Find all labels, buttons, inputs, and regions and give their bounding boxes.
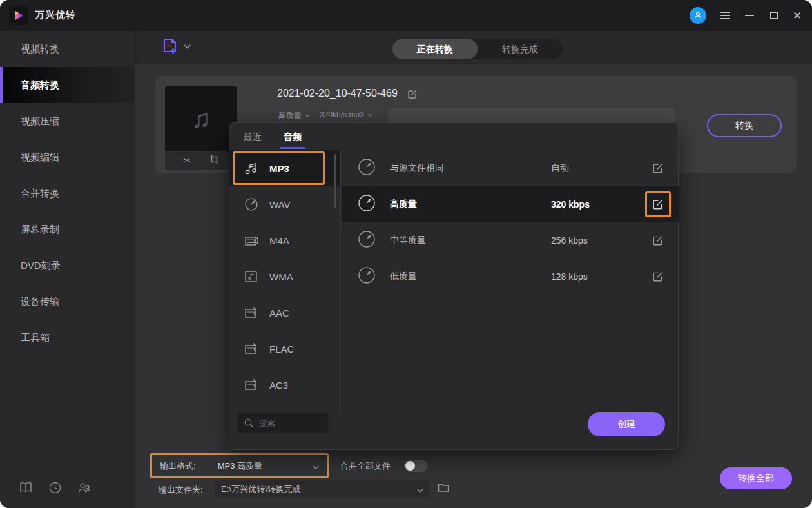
output-format-value: MP3 高质量 — [218, 460, 262, 472]
crop-icon[interactable] — [209, 155, 219, 166]
search-input[interactable] — [258, 418, 320, 428]
file-name: 2021-02-20_10-47-50-469 — [277, 88, 398, 99]
mp3-music-icon — [244, 161, 259, 175]
clock-icon[interactable] — [49, 482, 61, 494]
minimize-icon[interactable] — [742, 9, 757, 22]
create-button[interactable]: 创建 — [588, 412, 665, 436]
output-folder-path: E:\万兴优转\转换完成 — [221, 484, 301, 495]
progress-bar — [388, 108, 675, 122]
task-tabs: 正在转换 转换完成 — [392, 39, 563, 59]
gauge-icon — [358, 194, 376, 215]
thumbnail-toolbar: ✂ — [165, 151, 237, 170]
add-file-icon — [162, 37, 179, 55]
gauge-icon — [358, 266, 376, 287]
audio-thumbnail: ♫ ✂ — [165, 86, 237, 170]
rename-edit-icon[interactable] — [407, 89, 418, 102]
trim-scissors-icon[interactable]: ✂ — [183, 155, 191, 166]
sidebar-item-video-compress[interactable]: 视频压缩 — [0, 103, 135, 139]
target-format-dropdown[interactable]: 320kb/s.mp3 — [320, 110, 372, 119]
format-popup-tabs: 最近 音频 — [229, 123, 678, 150]
source-quality-dropdown[interactable]: 高质量 — [278, 110, 310, 121]
quality-row-low[interactable]: 低质量 128 kbps — [342, 259, 679, 295]
format-item-flac[interactable]: FLAC — [229, 331, 340, 367]
close-icon[interactable]: ✕ — [790, 9, 804, 22]
merge-files-toggle[interactable] — [404, 460, 427, 472]
output-folder-dropdown[interactable]: E:\万兴优转\转换完成 — [215, 480, 430, 498]
format-item-aac[interactable]: AAC — [229, 295, 340, 331]
app-window: 万兴优转 ✕ 视频转换 音频转换 视频压缩 视频编辑 合并转换 屏幕录制 DVD… — [0, 0, 812, 508]
sidebar-item-toolbox[interactable]: 工具箱 — [0, 320, 135, 356]
menu-icon[interactable] — [718, 9, 732, 22]
sidebar-bottom-icons — [0, 482, 135, 494]
format-item-ac3[interactable]: AC3 — [229, 367, 340, 403]
chevron-down-icon — [313, 460, 319, 472]
add-file-button[interactable] — [162, 37, 191, 55]
merge-files-label: 合并全部文件 — [340, 460, 391, 472]
sidebar-item-audio-convert[interactable]: 音频转换 — [0, 67, 135, 103]
tab-audio[interactable]: 音频 — [284, 123, 302, 150]
quality-list: 与源文件相同 自动 高质量 320 kbps 中等质量 256 kbps 低质量 — [342, 150, 679, 295]
output-folder-label: 输出文件夹: — [159, 484, 203, 496]
users-icon[interactable] — [78, 482, 91, 494]
flac-file-icon — [244, 342, 259, 356]
sidebar-item-video-convert[interactable]: 视频转换 — [0, 31, 135, 67]
user-avatar[interactable] — [690, 7, 706, 24]
edit-icon[interactable] — [652, 162, 664, 177]
wma-file-icon — [244, 269, 259, 284]
edit-icon[interactable] — [652, 199, 664, 213]
quality-row-high[interactable]: 高质量 320 kbps — [342, 186, 679, 222]
app-logo-icon — [9, 6, 28, 25]
sidebar-item-merge-convert[interactable]: 合并转换 — [0, 175, 135, 211]
gauge-icon — [358, 158, 376, 179]
format-item-mp3[interactable]: MP3 — [229, 150, 340, 186]
music-note-icon: ♫ — [165, 86, 237, 151]
edit-icon[interactable] — [652, 235, 664, 249]
chevron-down-icon — [417, 484, 423, 495]
quality-row-medium[interactable]: 中等质量 256 kbps — [342, 222, 679, 259]
app-title: 万兴优转 — [35, 9, 76, 21]
titlebar: 万兴优转 ✕ — [0, 0, 812, 31]
format-select-popup: 最近 音频 MP3 WAV M4A WMA AAC — [229, 122, 679, 450]
chevron-down-icon — [184, 44, 191, 49]
sidebar: 视频转换 音频转换 视频压缩 视频编辑 合并转换 屏幕录制 DVD刻录 设备传输… — [0, 31, 135, 508]
format-list-scrollbar[interactable] — [334, 154, 336, 208]
sidebar-item-device-transfer[interactable]: 设备传输 — [0, 284, 135, 320]
aac-file-icon — [244, 306, 259, 320]
sidebar-item-video-edit[interactable]: 视频编辑 — [0, 139, 135, 175]
m4a-file-icon — [244, 233, 259, 248]
tab-recent[interactable]: 最近 — [244, 123, 262, 150]
chevron-down-icon — [305, 114, 310, 117]
folder-icon[interactable] — [438, 483, 449, 495]
format-item-m4a[interactable]: M4A — [229, 222, 340, 259]
format-item-wav[interactable]: WAV — [229, 186, 340, 222]
ac3-file-icon — [244, 378, 259, 392]
format-list: MP3 WAV M4A WMA AAC FLAC — [229, 150, 341, 413]
format-item-wma[interactable]: WMA — [229, 259, 340, 295]
convert-all-button[interactable]: 转换全部 — [720, 467, 792, 489]
convert-button[interactable]: 转换 — [707, 114, 782, 137]
sidebar-item-dvd-burn[interactable]: DVD刻录 — [0, 248, 135, 284]
output-format-dropdown[interactable]: 输出格式: MP3 高质量 — [150, 453, 329, 478]
maximize-icon[interactable] — [767, 9, 781, 22]
tab-converting[interactable]: 正在转换 — [392, 39, 478, 59]
tab-finished[interactable]: 转换完成 — [478, 39, 563, 59]
quality-row-same-as-source[interactable]: 与源文件相同 自动 — [342, 150, 679, 186]
format-search-box — [238, 413, 328, 433]
toggle-knob — [405, 461, 415, 471]
content-header: 正在转换 转换完成 — [135, 31, 812, 64]
search-icon — [244, 418, 253, 427]
edit-icon[interactable] — [652, 271, 664, 285]
chevron-down-icon — [367, 113, 372, 117]
gauge-icon — [358, 230, 376, 251]
sidebar-item-screen-record[interactable]: 屏幕录制 — [0, 211, 135, 248]
book-icon[interactable] — [19, 482, 32, 494]
output-format-label: 输出格式: — [160, 460, 196, 472]
wav-gauge-icon — [244, 197, 259, 212]
